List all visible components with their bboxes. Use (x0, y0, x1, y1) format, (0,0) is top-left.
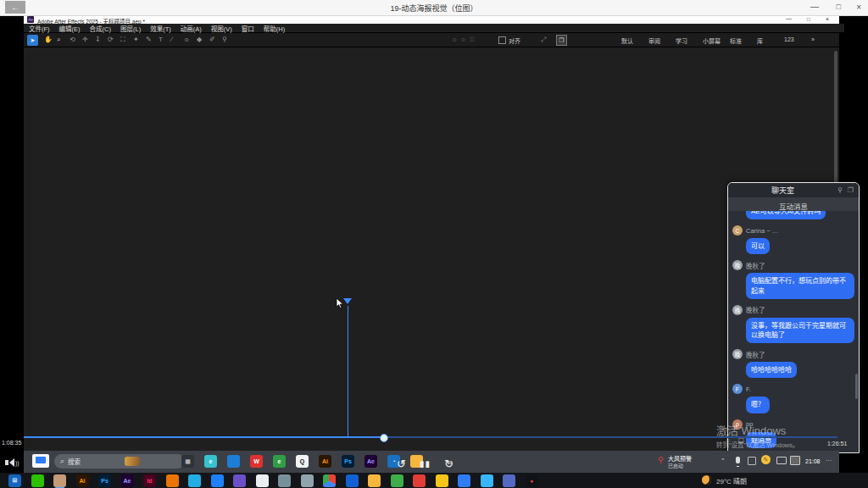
ae-maximize-icon[interactable]: □ (807, 16, 810, 22)
pause-button[interactable]: ▮▮ (420, 459, 431, 469)
tray-monitor-icon[interactable] (776, 457, 787, 464)
app-icon-green[interactable] (391, 474, 403, 487)
type-tool[interactable]: T (159, 36, 163, 43)
rotation-tool[interactable]: ⟳ (108, 36, 114, 43)
indesign-icon[interactable]: Id (143, 474, 156, 487)
start-button[interactable]: ⊞ (8, 474, 21, 487)
skip-forward-button[interactable]: ↻ 30 (444, 456, 453, 471)
tray-chevron-icon[interactable]: ⌃ (721, 458, 726, 464)
menu-item-5[interactable]: 动画(A) (181, 24, 202, 33)
menu-item-6[interactable]: 视图(V) (211, 24, 232, 33)
minimize-icon[interactable]: — (810, 2, 819, 11)
dolly-camera-tool[interactable]: ↧ (95, 36, 101, 43)
playhead-line[interactable] (348, 306, 348, 437)
tray-overflow[interactable]: ··· (826, 458, 832, 463)
e-app-icon[interactable]: e (273, 455, 286, 468)
edit-pencil-icon[interactable]: ✎ (761, 455, 771, 464)
browser-blue-icon[interactable] (227, 455, 240, 468)
workspace-tab-0[interactable]: 默认 (621, 36, 633, 45)
taskbar-weather[interactable]: 29°C 晴朗 (716, 476, 747, 485)
maximize-icon[interactable]: □ (837, 3, 841, 11)
zoom-tool[interactable]: ⌕ (57, 36, 60, 44)
pen-tool[interactable]: ✎ (146, 36, 152, 43)
illustrator-icon[interactable]: Ai (319, 455, 331, 468)
box-app-icon[interactable] (301, 474, 314, 487)
photoshop-icon[interactable]: Ps (342, 455, 354, 468)
player-progress-knob[interactable] (380, 434, 388, 442)
workspace-tab-7[interactable]: » (811, 36, 815, 42)
hand-tool[interactable]: ✋ (44, 36, 53, 43)
shape-tool[interactable]: ✦ (133, 36, 139, 43)
after-effects-icon[interactable]: Ae (364, 455, 377, 468)
workspace-tab-5[interactable]: 库 (757, 36, 763, 45)
qq-icon[interactable]: Q (296, 455, 309, 468)
folder-icon[interactable] (368, 474, 381, 487)
chat-window[interactable]: 聊天室 ⚲ ❐ 互动消息 AE可以导入AI文件转吗CCarina ~ …可以晚晚… (727, 182, 860, 453)
workspace-tab-3[interactable]: 小屏幕 (703, 36, 721, 45)
close-icon[interactable]: × (856, 3, 861, 12)
quark-icon[interactable] (346, 474, 359, 487)
notes-app-icon[interactable] (256, 474, 269, 487)
camera-tool[interactable]: ⛶ (120, 36, 125, 44)
popout-icon[interactable]: ❐ (848, 186, 854, 194)
taskbar-search-input[interactable]: ⌕ 搜索 (54, 454, 185, 469)
screen-share-icon[interactable] (32, 454, 49, 468)
player-progress-bar[interactable] (24, 436, 837, 438)
obs-icon[interactable]: ● (526, 474, 538, 487)
edge-icon[interactable]: e (204, 455, 217, 468)
eraser-tool[interactable]: ◆ (197, 36, 202, 43)
tray-card-icon[interactable] (790, 456, 800, 465)
after-effects-icon[interactable]: Ae (121, 474, 134, 487)
clock-time[interactable]: 21:08 (805, 458, 821, 464)
photoshop-icon[interactable]: Ps (98, 474, 111, 487)
security-shield-icon[interactable] (458, 474, 470, 487)
photos-app-icon[interactable] (278, 474, 291, 487)
microphone-icon[interactable] (736, 457, 740, 463)
pin-icon[interactable]: ⚲ (837, 186, 843, 194)
selection-tool[interactable]: ➤ (27, 35, 38, 46)
workspace-tab-6[interactable]: 123 (784, 36, 794, 42)
menu-item-2[interactable]: 合成(C) (90, 24, 111, 33)
snap-checkbox[interactable] (498, 36, 506, 44)
chat-scrollbar[interactable] (855, 374, 858, 399)
menu-item-3[interactable]: 图层(L) (120, 24, 141, 33)
app-icon-yellow[interactable] (436, 474, 448, 487)
ae-close-icon[interactable]: × (826, 16, 829, 22)
tim-icon[interactable] (481, 474, 493, 487)
chat-titlebar[interactable]: 聊天室 ⚲ ❐ (728, 183, 859, 198)
menu-item-8[interactable]: 帮助(H) (264, 24, 285, 33)
ae-minimize-icon[interactable]: — (786, 15, 792, 21)
skip-back-button[interactable]: ↺ 10 (397, 456, 406, 471)
workspace-tab-2[interactable]: 学习 (676, 36, 687, 45)
app-icon-red[interactable] (413, 474, 426, 487)
tray-box-icon[interactable] (748, 457, 756, 465)
menu-item-7[interactable]: 窗口 (242, 24, 254, 33)
browser-whale-icon[interactable] (211, 474, 224, 487)
puppet-pin-tool[interactable]: ⚲ (222, 36, 227, 43)
menu-item-0[interactable]: 文件(F) (29, 24, 50, 33)
clone-stamp-tool[interactable]: ⌯ (184, 36, 189, 44)
bilibili-icon[interactable] (188, 474, 201, 487)
pan-camera-tool[interactable]: ✛ (82, 36, 88, 43)
w-app-icon[interactable]: W (250, 455, 263, 468)
taskview-icon[interactable]: ▦ (181, 455, 194, 468)
workspace-tab-4[interactable]: 标准 (730, 36, 742, 45)
app-icon-purple[interactable] (233, 474, 246, 487)
dice-app-icon[interactable] (503, 474, 515, 487)
playhead-handle[interactable] (343, 298, 352, 308)
wechat-icon[interactable] (31, 474, 44, 487)
menu-item-1[interactable]: 编辑(E) (59, 24, 81, 33)
blender-icon[interactable] (166, 474, 179, 487)
volume-icon[interactable]: )) (5, 458, 19, 467)
brush-tool[interactable]: ∕ (171, 36, 172, 43)
chrome-icon[interactable] (323, 474, 336, 487)
menu-item-4[interactable]: 效果(T) (150, 24, 171, 33)
user-avatar[interactable] (53, 474, 66, 487)
expand-icon[interactable]: ⤢ (541, 36, 546, 44)
illustrator-icon[interactable]: Ai (76, 474, 89, 487)
workspace-tab-1[interactable]: 审阅 (648, 36, 660, 45)
orbit-camera-tool[interactable]: ⟲ (70, 36, 75, 43)
roto-brush-tool[interactable]: ✐ (209, 36, 215, 43)
grid-toggle-icon[interactable]: ❒ (556, 35, 567, 46)
chat-message-list[interactable]: AE可以导入AI文件转吗CCarina ~ …可以晚晚秋了电脑配置不行，想玩点别… (728, 211, 859, 452)
